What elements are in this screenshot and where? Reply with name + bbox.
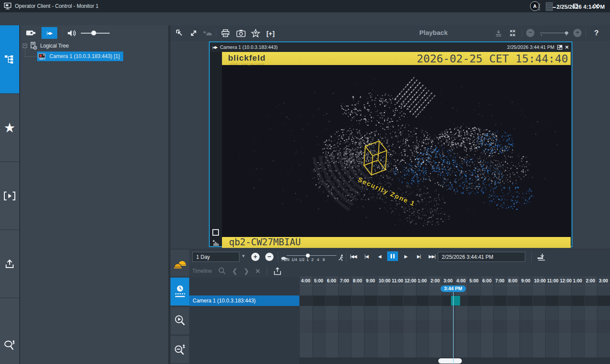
blickfeld-tagline: LiDAR / scan your world	[229, 62, 264, 65]
time-ruler[interactable]: 4:005:006:007:008:009:0010:0011:0012:001…	[300, 276, 610, 286]
help-button[interactable]: ?	[591, 28, 602, 38]
tab-video-search[interactable]	[170, 307, 189, 334]
jump-to-start-button[interactable]: |◀◀	[348, 251, 359, 261]
timeline-camera-panel: Camera 1 (10.0.3.183:443)	[189, 277, 299, 364]
video-pane-header[interactable]: |◀▶ Camera 1 (10.0.3.183:443) 2/25/2026 …	[210, 42, 572, 52]
ruler-hour-label: 1:00	[417, 276, 430, 285]
next-event-button[interactable]: ❯	[243, 267, 249, 275]
osd-device-id: qb2-CW27MBIAU	[229, 237, 301, 247]
timeline-scrollbar[interactable]	[299, 357, 610, 364]
search-video-icon	[174, 315, 186, 327]
osd-top-banner: blickfeld LiDAR / scan your world 2026-0…	[222, 52, 571, 65]
zone-display-toggle[interactable]	[212, 229, 219, 236]
timeline-camera-row[interactable]: Camera 1 (10.0.3.183:443)	[189, 295, 299, 306]
camera-view-button[interactable]	[24, 28, 38, 38]
step-back-button[interactable]: |◀	[361, 251, 372, 261]
previous-event-button[interactable]: ❮	[232, 267, 238, 275]
playback-time-input[interactable]	[438, 252, 525, 262]
range-chevron-down-icon[interactable]: ▼	[241, 254, 246, 258]
timeline-grid[interactable]: 4:005:006:007:008:009:0010:0011:0012:001…	[299, 276, 610, 364]
print-button[interactable]	[220, 28, 231, 38]
ruler-hour-label: 3:00	[598, 276, 610, 285]
speed-label-8[interactable]: 8	[321, 257, 326, 262]
ruler-hour-label: 9:00	[365, 276, 378, 285]
video-pane[interactable]: |◀▶ Camera 1 (10.0.3.183:443) 2/25/2026 …	[209, 41, 572, 247]
ruler-hour-label: 6:00	[482, 276, 495, 285]
camera-icon	[26, 30, 36, 37]
favorites-star-icon: ★	[4, 121, 16, 134]
speed-label-4[interactable]: 4	[315, 257, 321, 262]
tree-root-row[interactable]: Logical Tree	[30, 42, 69, 50]
add-bookmark-button[interactable]: [+]	[265, 28, 276, 38]
restore-pane-button[interactable]	[174, 28, 185, 38]
search-person-icon	[3, 340, 16, 351]
increase-rows-button[interactable]: +	[573, 29, 582, 37]
tree-camera-row[interactable]: Camera 1 (10.0.3.183:443) [1]	[37, 52, 123, 61]
step-forward-button[interactable]: ▶|	[413, 251, 424, 261]
ruler-hour-label: 1:00	[572, 276, 585, 285]
app-monitor-icon	[4, 3, 12, 10]
image-pane-workspace: |◀▶ Camera 1 (10.0.3.183:443) 2/25/2026 …	[170, 41, 610, 249]
sidebar-tab-search[interactable]	[0, 298, 19, 364]
alarm-bell-icon	[173, 257, 187, 269]
snapshot-button[interactable]	[235, 28, 246, 38]
window-title: Operator Client - Control - Monitor 1	[15, 3, 98, 9]
tab-forensic-search[interactable]	[170, 336, 189, 363]
sidebar-tab-exports[interactable]	[0, 230, 19, 298]
pane-close-icon[interactable]: ✕	[565, 45, 569, 50]
speed-label-1-4[interactable]: 1/4	[291, 257, 298, 262]
speed-labels: 1/81/41/21248	[283, 257, 326, 262]
export-video-icon[interactable]	[273, 267, 282, 275]
rows-slider-tick	[541, 34, 542, 36]
sidebar-tab-image-panes[interactable]	[0, 162, 19, 230]
clear-search-button[interactable]: ✕	[255, 268, 260, 275]
pane-layout-icon[interactable]	[557, 45, 562, 50]
timeline-scrollbar-thumb[interactable]	[438, 358, 462, 364]
workspace-toolbar: [+] Playback ×× ×× − + ?	[170, 25, 610, 41]
compact-panes-button[interactable]	[493, 28, 504, 38]
fullscreen-button[interactable]	[188, 28, 199, 38]
lidar-point-cloud-canvas[interactable]	[222, 65, 571, 235]
timeline-zoom-out-button[interactable]: −	[265, 253, 274, 261]
speed-label-2[interactable]: 2	[310, 257, 315, 262]
tab-timeline[interactable]	[170, 278, 189, 306]
close-all-row: ××	[510, 33, 516, 37]
speed-label-1[interactable]: 1	[305, 257, 310, 262]
play-forward-button[interactable]: ▶	[400, 251, 411, 261]
playhead-line[interactable]	[453, 292, 454, 364]
add-favorite-button[interactable]	[250, 28, 261, 38]
jump-to-end-button[interactable]: ▶▶|	[426, 251, 437, 261]
recording-block[interactable]	[451, 296, 460, 306]
sidebar-tab-favorites[interactable]: ★	[0, 94, 19, 162]
timeline-search-icon[interactable]	[218, 267, 226, 275]
timeline-zoom-in-button[interactable]: +	[251, 253, 260, 261]
speed-label-1-2[interactable]: 1/2	[298, 257, 305, 262]
alarm-indicator[interactable]	[170, 250, 189, 276]
ruler-hour-label: 7:00	[494, 276, 507, 285]
load-video-icon[interactable]	[537, 253, 545, 261]
toolbar-divider	[586, 29, 586, 38]
playhead-time-badge[interactable]: 3:44 PM	[440, 285, 466, 292]
speed-label-1-8[interactable]: 1/8	[283, 257, 291, 262]
show-alarm-pane-button[interactable]	[202, 28, 213, 38]
tree-expand-toggle[interactable]: −	[23, 44, 27, 48]
tree-toolbar: |◀▶	[20, 25, 168, 41]
histogram-icon[interactable]	[212, 239, 219, 246]
close-all-panes-button[interactable]: ×× ××	[507, 28, 518, 38]
ruler-hour-label: 4:00	[456, 276, 469, 285]
rows-slider-thumb[interactable]	[565, 31, 568, 34]
sidebar-tab-logical-tree[interactable]	[0, 25, 19, 94]
speed-slider-track[interactable]	[287, 255, 336, 256]
volume-slider-thumb[interactable]	[91, 31, 96, 35]
timeline-section: 1 Day ▼ + − 1/81/41/21248 |◀◀ |◀ ◀ ▶ ▶| …	[170, 249, 610, 364]
instant-playback-button[interactable]: |◀▶	[42, 27, 57, 39]
video-content[interactable]: blickfeld LiDAR / scan your world 2026-0…	[222, 52, 571, 246]
system-datetime: 2/25/2026 4:14 PM	[556, 3, 605, 10]
sidebar: ★	[0, 25, 20, 364]
timeline-range-select[interactable]: 1 Day	[192, 252, 239, 262]
pause-button[interactable]	[387, 251, 398, 261]
play-backward-button[interactable]: ◀	[374, 251, 385, 261]
decrease-rows-button[interactable]: −	[526, 29, 534, 37]
image-panes-icon	[4, 192, 15, 200]
audio-button[interactable]	[66, 29, 78, 38]
